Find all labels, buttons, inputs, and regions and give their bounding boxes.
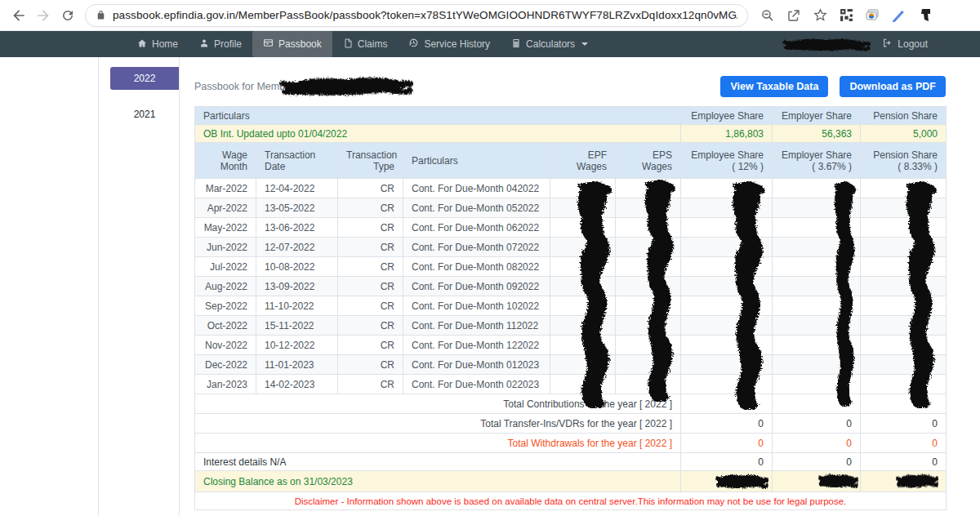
nav-label: Service History xyxy=(424,38,490,50)
col-wage-month: Wage Month xyxy=(195,143,256,179)
member-id-label: Passbook for Member Id : xyxy=(194,81,311,92)
view-taxable-data-button[interactable]: View Taxable Data xyxy=(720,76,828,97)
nav-label: Passbook xyxy=(278,38,322,50)
transaction-row: Jan-202314-02-2023CRCont. For Due-Month … xyxy=(195,375,947,394)
history-icon xyxy=(408,38,419,51)
transaction-row: Mar-202212-04-2022CRCont. For Due-Month … xyxy=(195,179,947,198)
col-transaction-type: Transaction Type xyxy=(338,143,403,179)
col-employee-share-pct: Employee Share( 12% ) xyxy=(681,143,773,179)
nav-label: Profile xyxy=(214,38,242,50)
transactions-table: Wage Month Transaction Date Transaction … xyxy=(194,142,947,453)
interest-details-row: Interest details N/A 0 0 0 xyxy=(195,453,947,471)
qr-extension-icon[interactable] xyxy=(835,4,858,27)
url-bar[interactable]: passbook.epfindia.gov.in/MemberPassBook/… xyxy=(85,4,748,27)
nav-item-profile[interactable]: Profile xyxy=(189,31,252,57)
summary-table: Particulars Employee Share Employer Shar… xyxy=(194,106,947,143)
logout-icon xyxy=(882,38,893,51)
pen-extension-icon[interactable] xyxy=(887,4,910,27)
nav-item-home[interactable]: Home xyxy=(127,31,189,57)
col-pension-share: Pension Share xyxy=(861,107,947,125)
ob-label: OB Int. Updated upto 01/04/2022 xyxy=(195,125,681,143)
claims-file-icon xyxy=(343,38,353,51)
logout-label: Logout xyxy=(898,38,928,50)
col-particulars-inner: Particulars xyxy=(403,143,550,179)
col-epf-wages: EPF Wages xyxy=(550,143,616,179)
username-redaction-scribble xyxy=(782,37,871,51)
transaction-row: Oct-202215-11-2022CRCont. For Due-Month … xyxy=(195,316,947,336)
download-pdf-button[interactable]: Download as PDF xyxy=(840,76,946,97)
pinned-extension-icon[interactable] xyxy=(913,4,936,27)
logout-button[interactable]: Logout xyxy=(879,38,931,51)
ob-employee: 1,86,803 xyxy=(681,125,773,143)
home-icon xyxy=(137,38,147,51)
browser-toolbar: passbook.epfindia.gov.in/MemberPassBook/… xyxy=(0,0,980,31)
window-extension-icon[interactable] xyxy=(861,4,884,27)
total-withdrawals-row: Total Withdrawals for the year [ 2022 ] … xyxy=(195,434,947,453)
lock-icon[interactable] xyxy=(96,10,106,20)
nav-label: Claims xyxy=(358,38,388,50)
footer-table: Interest details N/A 0 0 0 Closing Balan… xyxy=(194,452,947,510)
transaction-row: Jun-202212-07-2022CRCont. For Due-Month … xyxy=(195,238,947,257)
transaction-row: May-202213-06-2022CRCont. For Due-Month … xyxy=(195,218,947,238)
refresh-icon[interactable] xyxy=(56,3,80,28)
chevron-down-icon xyxy=(581,42,588,46)
col-pension-share-pct: Pension Share( 8.33% ) xyxy=(861,143,947,179)
transaction-row: Sep-202211-10-2022CRCont. For Due-Month … xyxy=(195,296,947,316)
col-employee-share: Employee Share xyxy=(681,107,773,125)
bookmark-star-icon[interactable] xyxy=(808,4,831,27)
ob-employer: 56,363 xyxy=(773,125,861,143)
nav-item-calculators[interactable]: Calculators xyxy=(501,31,599,57)
total-transfer-ins-row: Total Transfer-Ins/VDRs for the year [ 2… xyxy=(195,414,947,434)
user-icon xyxy=(199,38,209,51)
opening-balance-row: OB Int. Updated upto 01/04/2022 1,86,803… xyxy=(195,125,947,143)
url-text[interactable]: passbook.epfindia.gov.in/MemberPassBook/… xyxy=(113,9,737,21)
closing-balance-row: Closing Balance as on 31/03/2023 xyxy=(195,471,947,492)
nav-item-passbook[interactable]: Passbook xyxy=(252,31,332,57)
app-navbar: Home Profile Passbook Claims Service His… xyxy=(0,31,980,57)
passbook-icon xyxy=(263,38,274,51)
year-tab-2021[interactable]: 2021 xyxy=(110,103,179,126)
passbook-content: Passbook for Member Id : View Taxable Da… xyxy=(194,57,946,516)
col-particulars: Particulars xyxy=(195,107,681,125)
col-employer-share-pct: Employer Share( 3.67% ) xyxy=(773,143,861,179)
nav-item-claims[interactable]: Claims xyxy=(332,31,399,57)
left-spacer xyxy=(0,57,98,516)
zoom-out-icon[interactable] xyxy=(756,4,779,27)
transaction-row: Jul-202210-08-2022CRCont. For Due-Month … xyxy=(195,257,947,277)
back-icon[interactable] xyxy=(7,3,31,28)
summary-header-row: Particulars Employee Share Employer Shar… xyxy=(195,107,947,125)
ob-pension: 5,000 xyxy=(861,125,947,143)
transaction-row: Apr-202213-05-2022CRCont. For Due-Month … xyxy=(195,198,947,218)
forward-icon[interactable] xyxy=(31,3,56,28)
col-transaction-date: Transaction Date xyxy=(256,143,338,179)
share-icon[interactable] xyxy=(782,4,805,27)
transaction-row: Nov-202210-12-2022CRCont. For Due-Month … xyxy=(195,336,947,355)
col-eps-wages: EPS Wages xyxy=(616,143,681,179)
main-area: 2022 2021 Passbook for Member Id : View … xyxy=(0,57,980,516)
transaction-row: Aug-202213-09-2022CRCont. For Due-Month … xyxy=(195,277,947,296)
calculator-icon xyxy=(511,38,521,51)
col-employer-share: Employer Share xyxy=(773,107,861,125)
transaction-tbody: Mar-202212-04-2022CRCont. For Due-Month … xyxy=(195,179,947,394)
year-tabs: 2022 2021 xyxy=(98,57,180,516)
transaction-row: Dec-202211-01-2023CRCont. For Due-Month … xyxy=(195,355,947,375)
total-contributions-row: Total Contributions for the year [ 2022 … xyxy=(195,394,947,414)
nav-item-service-history[interactable]: Service History xyxy=(398,31,501,57)
year-tab-2022[interactable]: 2022 xyxy=(110,67,179,90)
nav-label: Calculators xyxy=(526,38,575,50)
nav-label: Home xyxy=(152,38,178,50)
transactions-header-row: Wage Month Transaction Date Transaction … xyxy=(195,143,947,179)
disclaimer-row: Disclaimer - Information shown above is … xyxy=(195,492,947,510)
